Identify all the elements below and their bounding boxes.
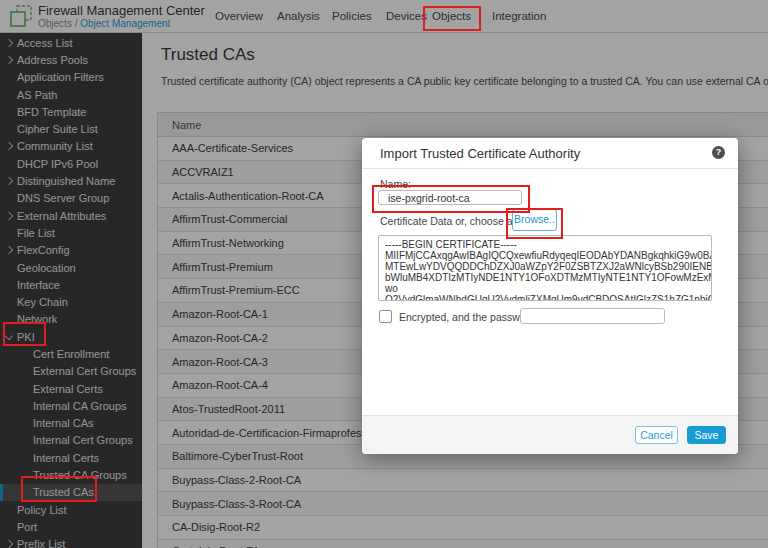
cancel-button[interactable]: Cancel [635, 426, 678, 444]
dialog-header: Import Trusted Certificate Authority ? [362, 138, 738, 169]
dialog-title: Import Trusted Certificate Authority [380, 146, 580, 161]
encrypted-checkbox[interactable] [379, 310, 392, 323]
name-input[interactable] [378, 190, 522, 205]
certificate-data-label: Certificate Data or, choose a file: [380, 215, 532, 227]
name-label: Name: [380, 178, 411, 190]
password-input[interactable] [520, 308, 665, 324]
dialog-footer: Cancel Save [362, 415, 738, 454]
import-trusted-ca-dialog: Import Trusted Certificate Authority ? N… [362, 138, 738, 454]
help-icon[interactable]: ? [712, 146, 725, 159]
certificate-data-textarea[interactable]: -----BEGIN CERTIFICATE----- MIIFMjCCAxqg… [378, 235, 712, 301]
browse-button[interactable]: Browse.. [512, 209, 557, 231]
save-button[interactable]: Save [687, 426, 726, 444]
